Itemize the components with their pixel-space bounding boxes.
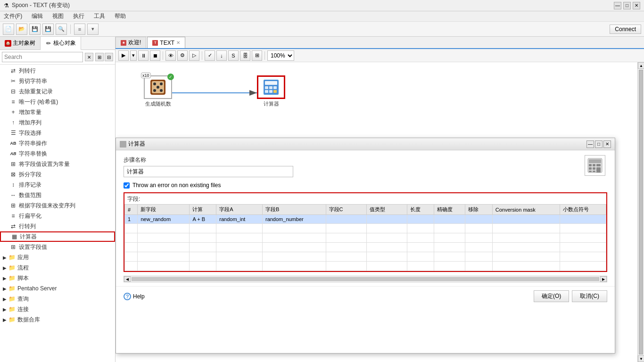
table-row[interactable]: 1 new_random A + B random_int random_num… [125,215,606,224]
tree-item-5[interactable]: ↑ 增加序列 [0,117,115,128]
tree-item-15[interactable]: ⇄ 行转列 [0,221,115,231]
canvas-area[interactable]: x10 ✓ 生成随机数 [116,62,644,362]
tree-item-2[interactable]: ⊟ 去除重复记录 [0,86,115,97]
preview-button[interactable]: 👁 [165,50,176,61]
search-expand-button[interactable]: ⊞ [95,53,104,61]
tab-welcome[interactable]: ★ 欢迎! [116,37,146,48]
vscroll-down-btn[interactable]: ▼ [638,355,644,362]
stop-button[interactable]: ⏹ [150,50,160,61]
tab-welcome-label: 欢迎! [128,39,141,47]
vscroll-up-btn[interactable]: ▲ [638,62,644,69]
check-button[interactable]: ✓ [205,50,215,61]
save-button[interactable]: 💾 [29,24,41,35]
svg-rect-17 [120,141,126,148]
layers-button[interactable]: ≡ [74,24,85,35]
tree-item-11[interactable]: ↕ 排序记录 [0,180,115,190]
arrow-down-button[interactable]: ▾ [87,24,99,35]
tree-item-6[interactable]: ☰ 字段选择 [0,128,115,138]
zoom-select[interactable]: 100% [267,50,294,61]
tree-item-12[interactable]: ↔ 数值范围 [0,190,115,200]
run-dropdown-button[interactable]: ▾ [130,50,137,61]
explore-button[interactable]: 🔍 [56,24,67,35]
node-random[interactable]: x10 ✓ 生成随机数 [144,75,172,107]
folder-dw-label: 数据合库 [17,316,40,324]
help-button[interactable]: ? Help [124,293,145,300]
dialog-checkbox[interactable] [124,182,130,189]
sql-button[interactable]: S [228,50,239,61]
dialog-footer: ? Help 确定(O) 取消(C) [116,286,615,306]
maximize-button[interactable]: □ [623,2,631,9]
tree-item-0[interactable]: ⇄ 列转行 [0,66,115,76]
tree-item-16[interactable]: ▦ 计算器 [0,231,115,242]
folder-flow[interactable]: ▶ 📁 流程 [0,263,115,273]
tab-text-close[interactable]: ✕ [176,40,180,45]
show-results-button[interactable]: ⊞ [252,50,262,61]
open-button[interactable]: 📂 [16,24,27,35]
tree-item-icon-12: ↔ [9,191,17,199]
menu-view[interactable]: 视图 [50,11,66,21]
search-clear-button[interactable]: ✕ [85,53,93,61]
search-collapse-button[interactable]: ⊟ [105,53,113,61]
folder-connect[interactable]: ▶ 📁 连接 [0,304,115,314]
menu-tools[interactable]: 工具 [92,11,107,21]
dialog-title-bar: 计算器 — □ ✕ [116,138,615,150]
dialog-step-name-input[interactable] [124,166,293,177]
hscroll-left-btn[interactable]: ◀ [124,276,131,282]
cancel-button[interactable]: 取消(C) [572,290,607,302]
tree-item-8[interactable]: AB 字符串替换 [0,148,115,159]
tree-item-icon-0: ⇄ [9,67,17,74]
canvas-vscrollbar[interactable]: ▲ ▼ [637,62,644,362]
debug-button[interactable]: ⚙ [177,50,188,61]
node-calc-box[interactable] [257,75,285,99]
folder-datawarehouse[interactable]: ▶ 📁 数据合库 [0,314,115,325]
tree-item-9[interactable]: ⊞ 将字段值设置为常量 [0,159,115,169]
explore-db-button[interactable]: 🗄 [240,50,250,61]
dialog-hscrollbar[interactable]: ◀ ▶ [124,276,607,282]
tree-item-17[interactable]: ⊞ 设置字段值 [0,242,115,252]
node-calc[interactable]: 计算器 [257,75,285,107]
run-button[interactable]: ▶ [118,50,129,61]
menu-edit[interactable]: 编辑 [30,11,45,21]
table-row-empty-4 [125,252,606,262]
tree-item-14[interactable]: ≡ 行扁平化 [0,211,115,221]
impact-button[interactable]: ↓ [216,50,227,61]
tree-item-3[interactable]: ≡ 唯一行 (哈希值) [0,97,115,107]
menu-help[interactable]: 帮助 [113,11,128,21]
tab-core-objects[interactable]: ✏ 核心对象 [41,37,81,50]
folder-pentaho[interactable]: ▶ 📁 Pentaho Server [0,283,115,294]
folder-query[interactable]: ▶ 📁 查询 [0,294,115,304]
tree-item-1[interactable]: ✂ 剪切字符串 [0,76,115,86]
connect-button[interactable]: Connect [610,25,641,34]
step-button[interactable]: ▷ [189,50,199,61]
folder-flow-icon: 📁 [8,264,16,271]
new-button[interactable]: 📄 [3,24,14,35]
close-button[interactable]: ✕ [633,2,640,9]
tree-item-7[interactable]: AB 字符串操作 [0,138,115,148]
tree-item-label-9: 将字段值设置为常量 [19,160,70,168]
tab-main-objects[interactable]: 🏠 主对象树 [0,37,41,49]
svg-rect-15 [269,90,272,93]
search-input[interactable] [2,52,83,62]
dialog-minimize-button[interactable]: — [586,140,594,148]
dialog-maximize-button[interactable]: □ [595,140,603,148]
pause-button[interactable]: ⏸ [138,50,149,61]
dialog-close-button[interactable]: ✕ [603,140,611,148]
folder-script[interactable]: ▶ 📁 脚本 [0,273,115,283]
folder-apps[interactable]: ▶ 📁 应用 [0,252,115,263]
menu-run[interactable]: 执行 [71,11,86,21]
cell-new-field-0: new_random [138,215,190,224]
save-as-button[interactable]: 💾 [42,24,54,35]
node-random-box[interactable]: x10 ✓ [144,75,172,99]
menu-file[interactable]: 文件(F) [2,11,24,21]
hscroll-right-btn[interactable]: ▶ [600,276,607,282]
tree-item-13[interactable]: ⊞ 根据字段值来改变序列 [0,200,115,211]
tree-item-10[interactable]: ⊠ 拆分字段 [0,169,115,180]
tree-item-icon-9: ⊞ [9,160,17,168]
tree-item-icon-4: + [9,108,17,116]
minimize-button[interactable]: — [614,2,621,9]
ok-button[interactable]: 确定(O) [534,290,569,302]
table-row-empty-3 [125,243,606,252]
tab-text[interactable]: T TEXT ✕ [147,37,185,48]
col-header-conv-mask: Conversion mask [492,205,560,215]
tree-item-4[interactable]: + 增加常量 [0,107,115,117]
